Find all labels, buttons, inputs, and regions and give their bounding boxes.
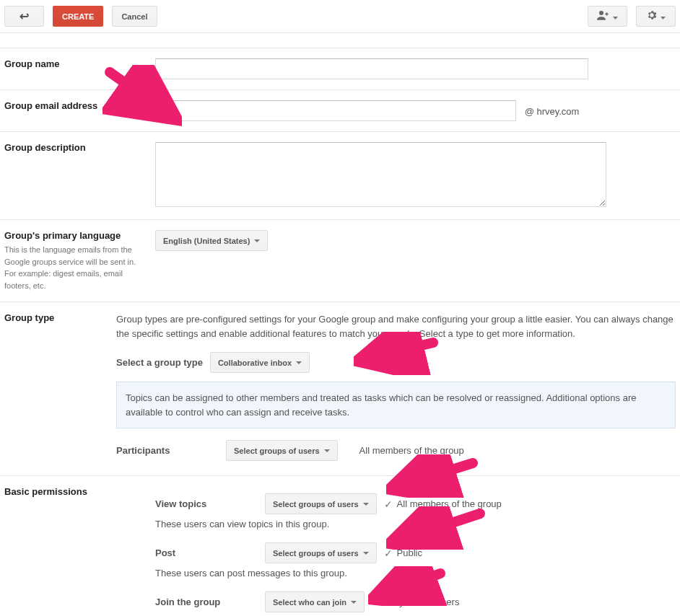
gear-icon [646, 9, 658, 23]
participants-dropdown-label: Select groups of users [234, 446, 320, 455]
back-button[interactable]: ↩ [4, 6, 44, 27]
check-icon: ✓ [384, 498, 393, 510]
chevron-down-icon [613, 12, 618, 21]
join-dropdown-label: Select who can join [273, 598, 346, 607]
row-basic-permissions: Basic permissions View topics Select gro… [0, 476, 680, 616]
post-dropdown[interactable]: Select groups of users [265, 542, 377, 563]
participants-value: All members of the group [359, 445, 464, 456]
group-name-input[interactable] [155, 58, 588, 79]
back-arrow-icon: ↩ [19, 9, 29, 23]
chevron-down-icon [351, 601, 357, 604]
view-topics-label: View topics [155, 498, 265, 509]
participants-label: Participants [116, 445, 226, 456]
row-group-name: Group name [0, 48, 680, 90]
view-topics-value: All members of the group [397, 498, 502, 509]
post-help: These users can post messages to this gr… [155, 568, 676, 578]
chevron-down-icon [363, 503, 369, 506]
post-label: Post [155, 547, 265, 558]
share-button[interactable] [588, 6, 627, 27]
post-dropdown-label: Select groups of users [273, 549, 359, 558]
label-group-email: Group email address [4, 100, 148, 111]
label-group-description: Group description [4, 142, 148, 153]
view-topics-dropdown-label: Select groups of users [273, 500, 359, 509]
join-label: Join the group [155, 597, 265, 607]
select-group-type-label: Select a group type [116, 357, 203, 368]
email-domain-suffix: @ hrvey.com [525, 106, 580, 117]
post-value: Public [397, 547, 422, 558]
chevron-down-icon [363, 552, 369, 555]
create-button[interactable]: CREATE [53, 6, 103, 27]
check-icon: ✓ [372, 597, 380, 608]
sublabel-primary-language: This is the language emails from the Goo… [4, 244, 148, 291]
label-primary-language: Group's primary language [4, 230, 148, 241]
cancel-button[interactable]: Cancel [112, 6, 157, 27]
group-type-description: Group types are pre-configured settings … [116, 312, 676, 340]
label-group-name: Group name [4, 58, 148, 69]
row-group-description: Group description [0, 132, 680, 220]
view-topics-help: These users can view topics in this grou… [155, 519, 676, 529]
row-group-type: Group type Group types are pre-configure… [0, 302, 680, 476]
primary-language-selected: English (United States) [163, 237, 250, 245]
person-plus-icon [597, 10, 610, 22]
join-value: Only invited users [385, 597, 459, 607]
group-email-input[interactable] [155, 100, 516, 121]
row-primary-language: Group's primary language This is the lan… [0, 220, 680, 302]
svg-point-0 [599, 11, 603, 15]
label-group-type: Group type [4, 312, 109, 323]
participants-dropdown[interactable]: Select groups of users [226, 440, 338, 461]
row-group-email: Group email address @ hrvey.com [0, 90, 680, 132]
toolbar-right [588, 6, 676, 27]
group-type-dropdown[interactable]: Collaborative inbox [210, 352, 310, 373]
view-topics-dropdown[interactable]: Select groups of users [265, 493, 377, 514]
chevron-down-icon [324, 449, 330, 452]
check-icon: ✓ [384, 547, 393, 559]
label-basic-permissions: Basic permissions [4, 486, 148, 497]
join-dropdown[interactable]: Select who can join [265, 591, 365, 612]
chevron-down-icon [254, 239, 260, 242]
chevron-down-icon [296, 361, 302, 364]
group-description-textarea[interactable] [155, 142, 606, 207]
primary-language-dropdown[interactable]: English (United States) [155, 230, 268, 251]
group-type-info: Topics can be assigned to other members … [116, 382, 676, 428]
settings-button[interactable] [636, 6, 676, 27]
chevron-down-icon [661, 12, 666, 21]
toolbar-left: ↩ CREATE Cancel [4, 6, 157, 27]
toolbar: ↩ CREATE Cancel [0, 0, 680, 32]
group-type-selected: Collaborative inbox [218, 358, 292, 367]
